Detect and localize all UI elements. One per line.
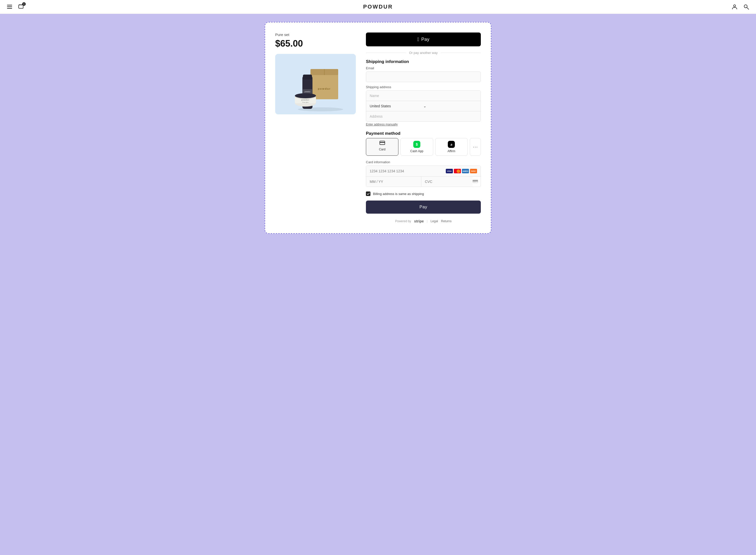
mastercard-icon — [454, 169, 461, 173]
address-input[interactable] — [366, 111, 480, 121]
payment-section-label: Payment method — [366, 131, 481, 136]
svg-text:powdur: powdur — [318, 87, 331, 90]
cvc-input[interactable] — [421, 177, 472, 187]
svg-text:Pure glow: Pure glow — [302, 101, 308, 103]
navbar-left: 0 — [6, 3, 25, 10]
navbar: 0 POWDUR — [0, 0, 756, 14]
account-button[interactable] — [731, 3, 739, 10]
card-info-section: Card information VISA AM — [366, 160, 481, 187]
payment-option-cashapp[interactable]: $ Cash App — [401, 138, 433, 156]
payment-option-card[interactable]: Card — [366, 138, 398, 156]
left-panel: Pure set $65.00 powdur — [275, 33, 356, 223]
svg-rect-31 — [473, 180, 478, 181]
svg-rect-27 — [380, 142, 385, 143]
card-bottom-row — [366, 177, 480, 187]
payment-option-affirm[interactable]: a Affirm — [435, 138, 468, 156]
svg-point-6 — [733, 5, 736, 7]
card-fields: VISA AMEX DISC — [366, 166, 481, 187]
svg-rect-15 — [303, 75, 312, 80]
cvc-help-icon — [472, 179, 478, 184]
svg-line-8 — [747, 7, 749, 9]
card-number-input[interactable] — [370, 169, 446, 173]
card-info-label: Card information — [366, 160, 481, 164]
cashapp-icon: $ — [413, 141, 420, 148]
right-panel:  Pay Or pay another way Shipping inform… — [366, 33, 481, 223]
card-icon — [380, 141, 385, 146]
powered-by-text: Powered by — [395, 219, 411, 223]
discover-icon: DISC — [470, 169, 477, 173]
address-group: Shipping address United States ⌄ — [366, 85, 481, 122]
name-input[interactable] — [366, 91, 480, 101]
apple-pay-label: Pay — [421, 37, 430, 42]
shipping-section-label: Shipping information — [366, 59, 481, 64]
email-input[interactable] — [366, 72, 481, 82]
payment-more-button[interactable]: ⋯ — [470, 138, 481, 156]
stripe-logo: stripe — [414, 219, 424, 223]
apple-logo-icon:  — [417, 37, 419, 42]
email-label: Email — [366, 66, 481, 70]
svg-point-29 — [457, 169, 460, 173]
more-icon: ⋯ — [473, 144, 478, 150]
svg-rect-1 — [7, 6, 12, 7]
billing-checkbox[interactable] — [366, 191, 370, 196]
footer-divider: | — [427, 219, 427, 223]
card-icons: VISA AMEX DISC — [446, 169, 477, 173]
payment-section: Payment method Card — [366, 131, 481, 156]
cvc-row — [421, 177, 480, 187]
svg-rect-32 — [476, 182, 477, 182]
amex-icon: AMEX — [462, 169, 469, 173]
brand-name: POWDUR — [363, 3, 393, 10]
billing-label: Billing address is same as shipping — [373, 192, 424, 196]
legal-link[interactable]: Legal — [431, 219, 438, 223]
product-price: $65.00 — [275, 38, 356, 49]
email-group: Email — [366, 66, 481, 82]
affirm-label: Affirm — [448, 150, 455, 153]
card-number-row: VISA AMEX DISC — [366, 166, 480, 177]
svg-rect-0 — [7, 5, 12, 5]
pay-button[interactable]: Pay — [366, 201, 481, 214]
shipping-section: Shipping information Email Shipping addr… — [366, 59, 481, 126]
svg-point-7 — [744, 5, 747, 8]
divider-text: Or pay another way — [409, 51, 437, 55]
svg-rect-4 — [19, 4, 20, 5]
product-image: powdur powdur Extreme Pure — [275, 54, 356, 114]
svg-rect-2 — [7, 8, 12, 9]
address-fields: United States ⌄ — [366, 90, 481, 122]
visa-icon: VISA — [446, 169, 453, 173]
returns-link[interactable]: Returns — [441, 219, 452, 223]
address-label: Shipping address — [366, 85, 481, 89]
apple-pay-button[interactable]:  Pay — [366, 33, 481, 46]
svg-text:powdur: powdur — [305, 91, 311, 93]
svg-point-22 — [295, 93, 316, 98]
cart-count: 0 — [22, 2, 26, 6]
page-wrapper: Pure set $65.00 powdur — [0, 14, 756, 244]
checkout-footer: Powered by stripe | Legal Returns — [366, 219, 481, 223]
search-button[interactable] — [743, 3, 750, 10]
cart-button[interactable]: 0 — [17, 3, 25, 10]
product-name: Pure set — [275, 33, 356, 37]
chevron-down-icon: ⌄ — [423, 104, 477, 108]
billing-row: Billing address is same as shipping — [366, 191, 481, 196]
card-label: Card — [379, 147, 386, 151]
checkout-container: Pure set $65.00 powdur — [265, 22, 491, 234]
payment-methods: Card $ Cash App a Affirm — [366, 138, 481, 156]
expiry-input[interactable] — [366, 177, 421, 187]
svg-text:powdur: powdur — [301, 99, 309, 101]
svg-point-25 — [298, 107, 343, 111]
menu-button[interactable] — [6, 4, 13, 10]
affirm-icon: a — [448, 141, 455, 148]
divider-row: Or pay another way — [366, 51, 481, 55]
navbar-right — [731, 3, 750, 10]
enter-manually-link[interactable]: Enter address manually — [366, 123, 398, 126]
country-select[interactable]: United States ⌄ — [366, 101, 480, 111]
country-value: United States — [370, 104, 423, 108]
cashapp-label: Cash App — [410, 150, 423, 153]
